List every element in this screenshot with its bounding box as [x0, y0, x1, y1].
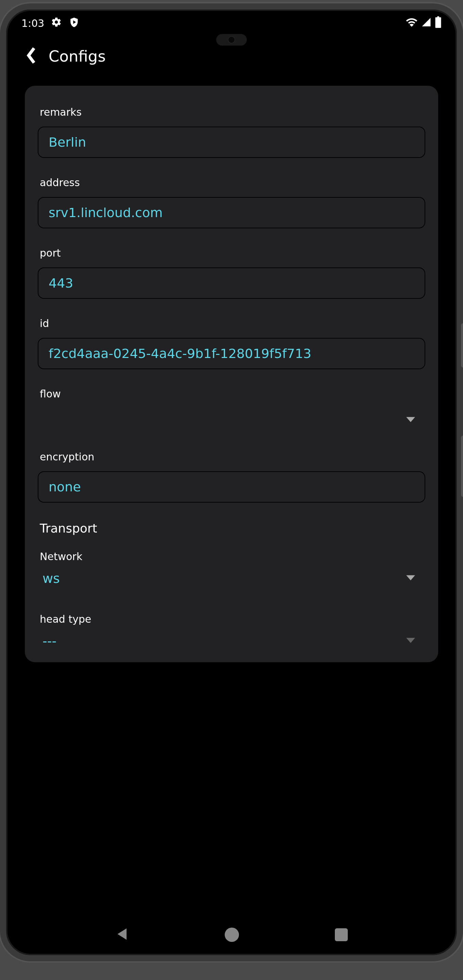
- nav-back-button[interactable]: [115, 927, 129, 942]
- nav-recent-button[interactable]: [335, 928, 348, 941]
- system-nav-bar: [6, 914, 457, 955]
- remarks-input[interactable]: [38, 127, 425, 158]
- head-type-value: ---: [43, 633, 56, 649]
- id-label: id: [38, 318, 425, 329]
- address-label: address: [38, 177, 425, 189]
- config-card: remarks address port id flow encryp: [25, 86, 438, 662]
- encryption-input[interactable]: [38, 471, 425, 503]
- scroll-fade: [12, 887, 451, 914]
- port-input[interactable]: [38, 267, 425, 299]
- id-input[interactable]: [38, 338, 425, 369]
- power-button: [461, 436, 463, 497]
- back-button[interactable]: [27, 47, 37, 65]
- front-camera: [228, 36, 235, 43]
- encryption-label: encryption: [38, 451, 425, 463]
- phone-frame: 1:03 Configs remark: [0, 3, 463, 961]
- network-value: ws: [43, 571, 60, 586]
- chevron-down-icon: [406, 417, 415, 424]
- page-title: Configs: [49, 47, 106, 65]
- port-label: port: [38, 247, 425, 259]
- transport-heading: Transport: [38, 521, 425, 535]
- wifi-icon: [406, 16, 418, 30]
- flow-dropdown[interactable]: [38, 408, 425, 432]
- battery-icon: [435, 16, 442, 30]
- cellular-icon: [421, 17, 431, 30]
- status-bar: 1:03: [6, 10, 457, 37]
- head-type-label: head type: [38, 613, 425, 625]
- play-shield-icon: [69, 17, 79, 30]
- gear-icon: [51, 17, 62, 30]
- head-type-dropdown[interactable]: ---: [38, 625, 425, 652]
- volume-button: [461, 323, 463, 368]
- chevron-down-icon: [406, 638, 415, 644]
- nav-home-button[interactable]: [225, 928, 239, 942]
- flow-label: flow: [38, 388, 425, 400]
- chevron-down-icon: [406, 575, 415, 582]
- address-input[interactable]: [38, 197, 425, 228]
- network-label: Network: [38, 550, 425, 563]
- network-dropdown[interactable]: ws: [38, 563, 425, 595]
- remarks-label: remarks: [38, 106, 425, 118]
- status-time: 1:03: [21, 18, 44, 29]
